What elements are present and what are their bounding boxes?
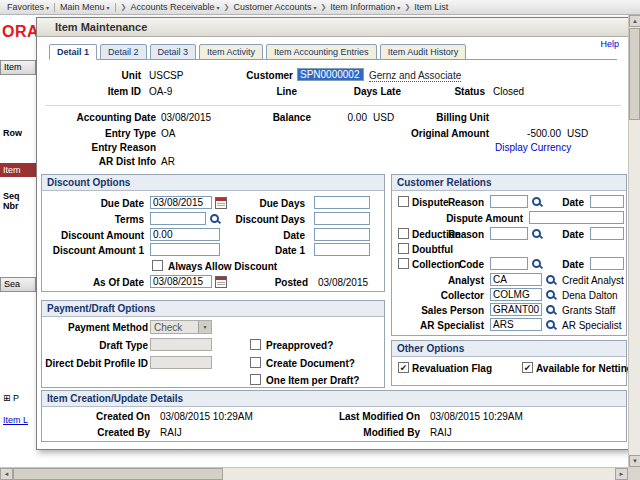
- lookup-icon[interactable]: [545, 319, 557, 331]
- collector-label: Collector: [441, 290, 484, 301]
- item-id-label: Item ID: [108, 86, 141, 97]
- analyst-label: Analyst: [448, 275, 484, 286]
- dispute-amount-input[interactable]: [529, 211, 624, 224]
- modified-by-value: RAIJ: [430, 427, 452, 438]
- due-date-input[interactable]: [150, 196, 212, 209]
- lookup-icon[interactable]: [545, 274, 557, 286]
- create-document-checkbox[interactable]: [250, 357, 261, 368]
- dispute-reason-input[interactable]: [490, 195, 528, 208]
- original-amount-value: -500.00: [527, 128, 561, 139]
- collection-date-input[interactable]: [590, 257, 624, 270]
- balance-value: 0.00: [348, 112, 367, 123]
- date-1-input[interactable]: [314, 243, 370, 256]
- collector-input[interactable]: [490, 288, 542, 301]
- ar-specialist-label: AR Specialist: [420, 320, 484, 331]
- revaluation-flag-checkbox[interactable]: ✔: [398, 362, 409, 373]
- as-of-date-input[interactable]: [150, 275, 212, 288]
- breadcrumb-item-item-information[interactable]: Item Information▾: [330, 2, 400, 12]
- available-for-netting-checkbox[interactable]: ✔: [522, 362, 533, 373]
- analyst-input[interactable]: [490, 273, 542, 286]
- customer-input[interactable]: [297, 68, 364, 81]
- collection-code-label: Code: [459, 259, 484, 270]
- background-items-button[interactable]: Item: [0, 60, 36, 75]
- collection-code-input[interactable]: [490, 257, 528, 270]
- discount-amount-input[interactable]: [150, 228, 220, 241]
- dispute-date-input[interactable]: [590, 195, 624, 208]
- breadcrumb-item-favorites[interactable]: Favorites▾: [7, 2, 49, 12]
- breadcrumb-item-accounts-receivable[interactable]: Accounts Receivable▾: [130, 2, 219, 12]
- breadcrumb-separator-icon: ❯: [404, 3, 410, 11]
- tab-detail-1[interactable]: Detail 1: [49, 44, 97, 60]
- discount-options-title: Discount Options: [42, 175, 384, 191]
- oracle-logo: ORA: [2, 23, 39, 41]
- background-search-button[interactable]: Sea: [0, 277, 36, 292]
- posted-value: 03/08/2015: [318, 277, 368, 288]
- balance-currency: USD: [373, 112, 394, 123]
- breadcrumb-divider: [54, 3, 55, 12]
- vertical-scroll-thumb[interactable]: [629, 28, 640, 120]
- ar-specialist-input[interactable]: [490, 318, 542, 331]
- scroll-right-button[interactable]: ►: [615, 468, 628, 480]
- discount-amount-1-input[interactable]: [150, 243, 220, 256]
- deduction-checkbox[interactable]: [398, 228, 409, 239]
- dispute-checkbox[interactable]: [398, 196, 409, 207]
- date-input[interactable]: [314, 228, 370, 241]
- other-options-group: Other Options ✔ Revaluation Flag ✔ Avail…: [391, 340, 627, 386]
- created-on-label: Created On: [96, 411, 150, 422]
- payment-method-select[interactable]: Check ▼: [150, 320, 212, 334]
- lookup-icon[interactable]: [531, 228, 543, 240]
- one-item-per-draft-checkbox[interactable]: [250, 374, 261, 385]
- lookup-icon[interactable]: [545, 289, 557, 301]
- create-document-label: Create Document?: [266, 358, 355, 369]
- due-days-input[interactable]: [314, 196, 370, 209]
- unit-value: USCSP: [149, 70, 183, 81]
- tab-item-accounting-entries[interactable]: Item Accounting Entries: [266, 44, 377, 60]
- discount-days-input[interactable]: [314, 212, 370, 225]
- lookup-icon[interactable]: [209, 213, 221, 225]
- breadcrumb-item-item-list[interactable]: Item List: [414, 2, 448, 12]
- display-currency-link[interactable]: Display Currency: [495, 142, 571, 153]
- tab-detail-3[interactable]: Detail 3: [150, 44, 197, 60]
- dispute-reason-label: Reason: [448, 197, 484, 208]
- payment-draft-options-title: Payment/Draft Options: [42, 301, 384, 317]
- lookup-icon[interactable]: [531, 196, 543, 208]
- background-item-list-link[interactable]: Item L: [3, 415, 28, 425]
- revaluation-flag-label: Revaluation Flag: [412, 363, 492, 374]
- last-modified-on-label: Last Modified On: [339, 411, 420, 422]
- breadcrumb-label: Favorites: [7, 2, 44, 12]
- tab-detail-2[interactable]: Detail 2: [100, 44, 147, 60]
- deduction-reason-input[interactable]: [490, 227, 528, 240]
- date-label: Date: [283, 230, 305, 241]
- posted-label: Posted: [275, 277, 308, 288]
- calendar-icon[interactable]: [215, 276, 227, 288]
- screen: Favorites▾ Main Menu▾ ❯ Accounts Receiva…: [0, 0, 640, 480]
- scroll-left-button[interactable]: ◄: [0, 468, 13, 480]
- tab-item-activity[interactable]: Item Activity: [199, 44, 263, 60]
- lookup-icon[interactable]: [531, 258, 543, 270]
- always-allow-discount-checkbox[interactable]: [152, 260, 163, 271]
- background-personalize-link[interactable]: ⊞ P: [3, 393, 19, 403]
- customer-relations-group: Customer Relations Dispute Reason Date D…: [391, 174, 627, 336]
- tab-item-audit-history[interactable]: Item Audit History: [380, 44, 467, 60]
- item-creation-update-group: Item Creation/Update Details Created On …: [41, 390, 627, 442]
- due-date-label: Due Date: [101, 198, 144, 209]
- created-by-label: Created By: [97, 427, 150, 438]
- horizontal-scroll-thumb[interactable]: [13, 468, 223, 480]
- sales-person-input[interactable]: [490, 303, 542, 316]
- scroll-down-button[interactable]: ▼: [629, 455, 640, 467]
- scroll-up-button[interactable]: ▲: [629, 15, 640, 27]
- customer-name-link[interactable]: Gernz and Associate: [369, 70, 461, 82]
- lookup-icon[interactable]: [545, 304, 557, 316]
- horizontal-scrollbar[interactable]: ◄ ►: [0, 467, 628, 480]
- breadcrumb-item-customer-accounts[interactable]: Customer Accounts▾: [233, 2, 316, 12]
- deduction-date-input[interactable]: [590, 227, 624, 240]
- doubtful-checkbox[interactable]: [398, 243, 409, 254]
- preapproved-checkbox[interactable]: [250, 339, 261, 350]
- terms-input[interactable]: [150, 212, 206, 225]
- item-creation-update-title: Item Creation/Update Details: [42, 391, 626, 407]
- breadcrumb-item-main-menu[interactable]: Main Menu▾: [60, 2, 110, 12]
- chevron-down-icon: ▾: [107, 4, 110, 11]
- collection-checkbox[interactable]: [398, 258, 409, 269]
- calendar-icon[interactable]: [215, 197, 227, 209]
- vertical-scrollbar[interactable]: ▲ ▼: [628, 15, 640, 467]
